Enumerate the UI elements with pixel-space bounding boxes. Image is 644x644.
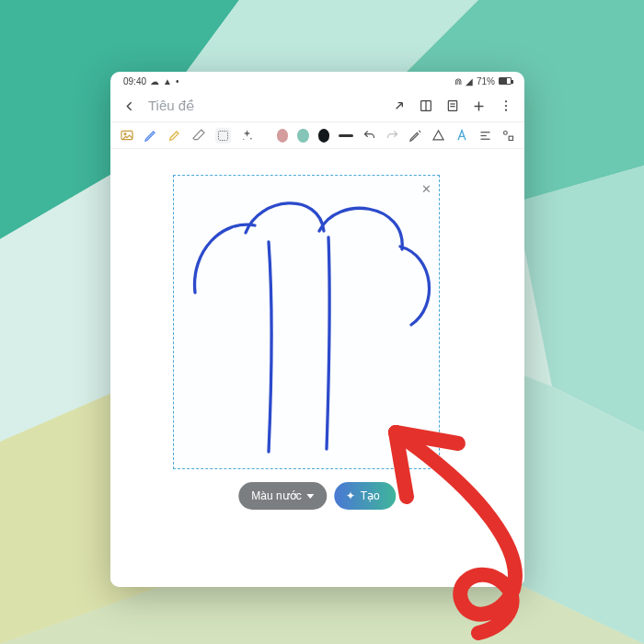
font-style-tool[interactable] — [454, 128, 469, 144]
style-dropdown[interactable]: Màu nước — [238, 482, 327, 510]
redo-button[interactable] — [385, 128, 399, 144]
align-tool[interactable] — [478, 128, 492, 144]
drawing-canvas[interactable]: ✕ Màu nước ✦ Tạo — [110, 149, 524, 587]
sparkle-icon: ✦ — [346, 489, 355, 502]
status-signal-icon: ◢ — [466, 76, 473, 86]
create-button[interactable]: ✦ Tạo — [335, 482, 397, 510]
svg-rect-31 — [509, 136, 512, 140]
status-dot-icon: • — [176, 76, 179, 86]
fullscreen-button[interactable] — [391, 98, 407, 114]
style-label: Màu nước — [251, 489, 301, 502]
chevron-down-icon — [307, 494, 315, 499]
highlighter-tool[interactable] — [167, 128, 182, 144]
add-button[interactable] — [471, 98, 487, 114]
reading-mode-button[interactable] — [418, 98, 433, 114]
status-album-icon: ▲ — [163, 76, 172, 86]
svg-point-26 — [243, 138, 244, 139]
status-battery-icon — [499, 77, 512, 85]
shape-tool[interactable] — [431, 128, 445, 144]
svg-rect-24 — [219, 131, 228, 140]
status-cloud-icon: ☁ — [150, 76, 159, 86]
note-title[interactable]: Tiêu đề — [148, 98, 194, 114]
status-bar: 09:40 ☁ ▲ • ⋒ ◢ 71% — [110, 72, 524, 90]
svg-point-30 — [504, 131, 508, 134]
stroke-thickness[interactable] — [339, 128, 353, 144]
app-header: Tiêu đề — [110, 90, 524, 121]
pen-tool[interactable] — [144, 128, 158, 144]
svg-rect-14 — [448, 101, 456, 111]
color-swatch-1[interactable] — [277, 129, 288, 143]
svg-point-23 — [124, 133, 126, 135]
color-swatch-3[interactable] — [318, 129, 329, 143]
transform-tool[interactable] — [501, 128, 515, 144]
svg-point-21 — [504, 109, 506, 111]
insert-image-tool[interactable] — [120, 128, 134, 144]
selection-box[interactable]: ✕ — [173, 175, 440, 469]
color-swatch-2[interactable] — [297, 129, 308, 143]
svg-point-19 — [504, 100, 506, 102]
undo-button[interactable] — [362, 128, 376, 144]
ai-action-bar: Màu nước ✦ Tạo — [238, 482, 396, 510]
more-button[interactable] — [498, 98, 513, 114]
page-manager-button[interactable] — [444, 98, 460, 114]
svg-point-25 — [250, 137, 252, 139]
ai-tool[interactable] — [240, 128, 254, 144]
create-label: Tạo — [361, 489, 380, 502]
notes-app-window: 09:40 ☁ ▲ • ⋒ ◢ 71% Tiêu đề — [110, 72, 524, 587]
status-battery-text: 71% — [477, 76, 495, 86]
user-sketch — [181, 187, 439, 463]
handwriting-to-text-tool[interactable] — [408, 128, 422, 144]
eraser-tool[interactable] — [191, 128, 206, 144]
toolbar — [110, 121, 524, 149]
status-wifi-icon: ⋒ — [454, 76, 462, 86]
svg-point-20 — [504, 105, 506, 107]
back-button[interactable] — [121, 98, 137, 114]
lasso-select-tool[interactable] — [215, 128, 231, 144]
status-time: 09:40 — [123, 76, 146, 86]
